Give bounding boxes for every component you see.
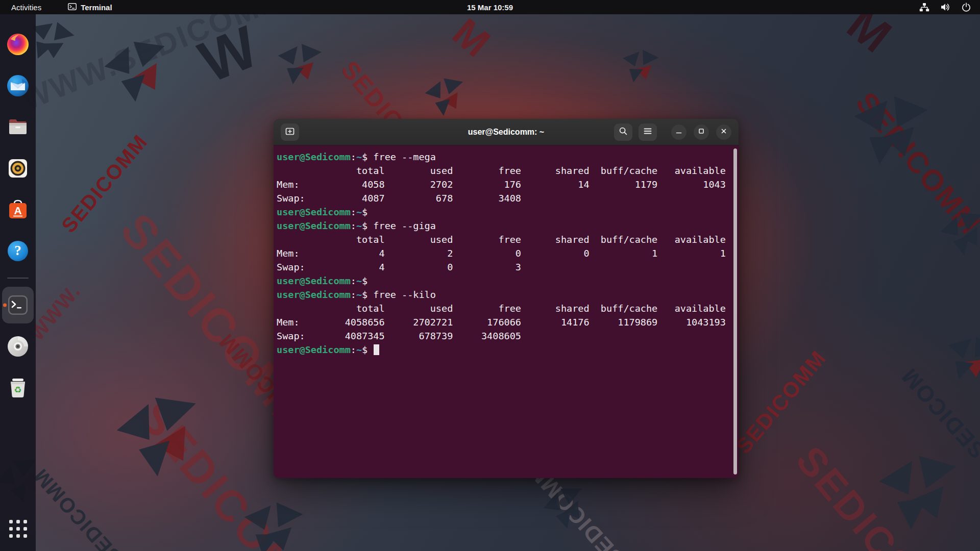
files-icon xyxy=(6,115,30,139)
trash-icon: ♻ xyxy=(6,375,30,400)
prompt-tilde: ~ xyxy=(356,152,362,162)
command-text xyxy=(368,276,373,286)
menu-button[interactable] xyxy=(639,123,657,141)
rhythmbox-icon xyxy=(6,156,30,181)
wallpaper-logo-triangles xyxy=(423,77,467,119)
terminal-output-line: total used free shared buff/cache availa… xyxy=(277,302,729,315)
dock-item-thunderbird[interactable] xyxy=(2,67,34,104)
focused-app-menu[interactable]: Terminal xyxy=(68,3,112,12)
terminal-prompt-line: user@Sedicomm:~$ xyxy=(277,205,729,219)
terminal-scrollbar[interactable] xyxy=(733,148,737,474)
terminal-prompt-line: user@Sedicomm:~$ xyxy=(277,274,729,288)
prompt-dollar: $ xyxy=(362,220,368,231)
terminal-output-line: Swap: 4 0 3 xyxy=(277,260,729,274)
command-text: free --giga xyxy=(368,220,436,231)
show-apps-button[interactable] xyxy=(2,514,34,543)
apps-grid-icon xyxy=(9,520,27,538)
focused-app-name: Terminal xyxy=(81,3,112,12)
prompt-dollar: $ xyxy=(362,152,368,162)
wallpaper-logo-triangles xyxy=(112,393,206,483)
command-text: free --kilo xyxy=(368,289,436,300)
close-button[interactable] xyxy=(716,124,731,140)
minimize-icon xyxy=(675,128,682,137)
top-bar: Activities Terminal 15 Mar 10:59 xyxy=(0,0,980,14)
dock-item-firefox[interactable] xyxy=(2,26,34,63)
terminal-mini-icon xyxy=(68,3,77,12)
system-status-area[interactable] xyxy=(919,3,973,12)
dock-item-files[interactable] xyxy=(2,109,34,145)
search-button[interactable] xyxy=(614,123,632,141)
prompt-user: user@Sedicomm xyxy=(277,344,351,355)
prompt-colon: : xyxy=(351,220,356,231)
terminal-icon xyxy=(6,293,30,317)
svg-text:A: A xyxy=(14,205,21,216)
close-icon xyxy=(720,128,727,137)
terminal-output-line: Swap: 4087345 678739 3408605 xyxy=(277,329,729,343)
terminal-output-line: Mem: 4058656 2702721 176066 14176 117986… xyxy=(277,315,729,329)
command-text: free --mega xyxy=(368,152,436,162)
prompt-tilde: ~ xyxy=(356,289,362,300)
maximize-button[interactable] xyxy=(694,124,709,140)
prompt-user: user@Sedicomm xyxy=(277,152,351,162)
dock-item-rhythmbox[interactable] xyxy=(2,150,34,187)
window-title: user@Sedicomm: ~ xyxy=(468,128,544,137)
firefox-icon xyxy=(6,32,30,57)
prompt-dollar: $ xyxy=(362,207,368,217)
wallpaper-logo-triangles xyxy=(938,329,980,390)
terminal-output-line: total used free shared buff/cache availa… xyxy=(277,233,729,246)
prompt-user: user@Sedicomm xyxy=(277,207,351,217)
output-text: total used free shared buff/cache availa… xyxy=(277,165,726,176)
wallpaper-logo-triangles xyxy=(274,41,324,90)
prompt-colon: : xyxy=(351,344,356,355)
terminal-output-line: Swap: 4087 678 3408 xyxy=(277,191,729,205)
output-text: Mem: 4058 2702 176 14 1179 1043 xyxy=(277,179,726,190)
prompt-tilde: ~ xyxy=(356,276,362,286)
dock-item-help[interactable]: ? xyxy=(2,233,34,269)
prompt-tilde: ~ xyxy=(356,207,362,217)
minimize-button[interactable] xyxy=(671,124,687,140)
dock-item-terminal[interactable] xyxy=(2,287,34,323)
software-icon: A xyxy=(6,197,30,222)
network-icon xyxy=(919,3,929,12)
terminal-prompt-line: user@Sedicomm:~$ free --kilo xyxy=(277,288,729,302)
terminal-screen[interactable]: user@Sedicomm:~$ free --mega total used … xyxy=(274,145,739,478)
dock-item-software[interactable]: A xyxy=(2,191,34,228)
wallpaper-watermark-text: SEDICOMM xyxy=(731,346,831,459)
prompt-user: user@Sedicomm xyxy=(277,220,351,231)
clock[interactable]: 15 Mar 10:59 xyxy=(467,0,513,14)
terminal-output-line: Mem: 4 2 0 0 1 1 xyxy=(277,246,729,260)
prompt-dollar: $ xyxy=(362,289,368,300)
prompt-colon: : xyxy=(351,289,356,300)
output-text: total used free shared buff/cache availa… xyxy=(277,303,726,314)
terminal-window: user@Sedicomm: ~ xyxy=(274,119,739,478)
dock-app-list: A?♻ xyxy=(0,26,36,406)
terminal-prompt-line: user@Sedicomm:~$ free --mega xyxy=(277,150,729,164)
command-text xyxy=(368,344,373,355)
output-text: total used free shared buff/cache availa… xyxy=(277,234,726,245)
prompt-tilde: ~ xyxy=(356,344,362,355)
prompt-user: user@Sedicomm xyxy=(277,289,351,300)
output-text: Swap: 4 0 3 xyxy=(277,262,521,272)
svg-text:♻: ♻ xyxy=(14,385,21,395)
prompt-user: user@Sedicomm xyxy=(277,276,351,286)
terminal-output-line: Mem: 4058 2702 176 14 1179 1043 xyxy=(277,178,729,191)
prompt-colon: : xyxy=(351,152,356,162)
terminal-cursor xyxy=(374,344,379,355)
power-icon xyxy=(962,3,971,12)
hamburger-menu-icon xyxy=(643,126,653,138)
terminal-prompt-line: user@Sedicomm:~$ free --giga xyxy=(277,219,729,233)
new-tab-button[interactable] xyxy=(281,123,299,141)
dock-item-disc[interactable] xyxy=(2,328,34,365)
activities-button[interactable]: Activities xyxy=(7,2,45,13)
output-text: Mem: 4 2 0 0 1 1 xyxy=(277,248,726,259)
terminal-prompt-line: user@Sedicomm:~$ xyxy=(277,343,729,357)
new-tab-icon xyxy=(285,126,295,138)
terminal-titlebar[interactable]: user@Sedicomm: ~ xyxy=(274,119,739,145)
thunderbird-icon xyxy=(6,73,30,98)
wallpaper-logo-triangles xyxy=(937,209,980,260)
dock-item-trash[interactable]: ♻ xyxy=(2,369,34,406)
output-text: Swap: 4087345 678739 3408605 xyxy=(277,331,521,341)
disc-icon xyxy=(6,334,30,359)
wallpaper-logo-triangles xyxy=(101,38,173,107)
svg-text:?: ? xyxy=(14,243,21,258)
